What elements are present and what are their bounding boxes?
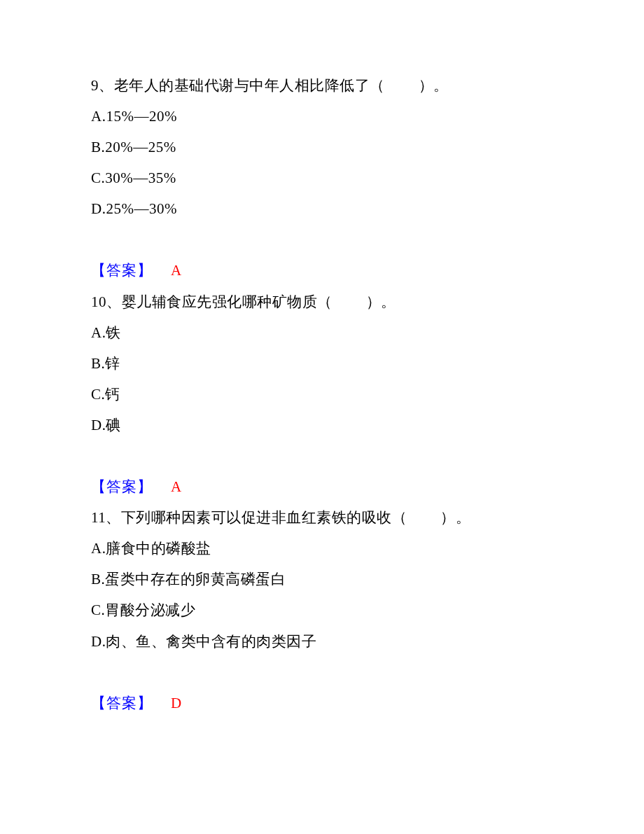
question-stem: 9、老年人的基础代谢与中年人相比降低了（）。 <box>91 70 553 101</box>
answer-value: D <box>171 688 182 718</box>
answer-value: A <box>171 471 182 502</box>
question-text-after: ）。 <box>366 293 396 310</box>
option-a: A.15%—20% <box>91 101 553 132</box>
question-text-after: ）。 <box>440 509 470 526</box>
option-b: B.20%—25% <box>91 132 553 162</box>
question-number: 10、 <box>91 293 122 310</box>
option-d: D.碘 <box>91 410 553 440</box>
answer-row: 【答案】A <box>91 471 553 502</box>
option-a: A.铁 <box>91 317 553 348</box>
question-stem: 11、下列哪种因素可以促进非血红素铁的吸收（）。 <box>91 502 553 533</box>
question-text-before: 老年人的基础代谢与中年人相比降低了（ <box>114 77 385 94</box>
option-d: D.25%—30% <box>91 193 553 224</box>
question-text-after: ）。 <box>419 77 449 94</box>
question-text-before: 婴儿辅食应先强化哪种矿物质（ <box>122 293 332 310</box>
option-a: A.膳食中的磷酸盐 <box>91 533 553 564</box>
option-c: C.钙 <box>91 379 553 410</box>
exam-page: 9、老年人的基础代谢与中年人相比降低了（）。 A.15%—20% B.20%—2… <box>0 0 644 760</box>
question-number: 9、 <box>91 77 114 94</box>
option-c: C.胃酸分泌减少 <box>91 595 553 625</box>
answer-row: 【答案】A <box>91 255 553 286</box>
answer-label: 【答案】 <box>91 262 153 279</box>
answer-value: A <box>171 255 182 286</box>
question-stem: 10、婴儿辅食应先强化哪种矿物质（）。 <box>91 286 553 317</box>
answer-label: 【答案】 <box>91 478 153 495</box>
option-d: D.肉、鱼、禽类中含有的肉类因子 <box>91 626 553 657</box>
question-number: 11、 <box>91 509 121 526</box>
answer-label: 【答案】 <box>91 695 153 711</box>
option-c: C.30%—35% <box>91 162 553 193</box>
question-text-before: 下列哪种因素可以促进非血红素铁的吸收（ <box>121 509 407 526</box>
option-b: B.蛋类中存在的卵黄高磷蛋白 <box>91 564 553 595</box>
option-b: B.锌 <box>91 348 553 379</box>
answer-row: 【答案】D <box>91 688 553 718</box>
